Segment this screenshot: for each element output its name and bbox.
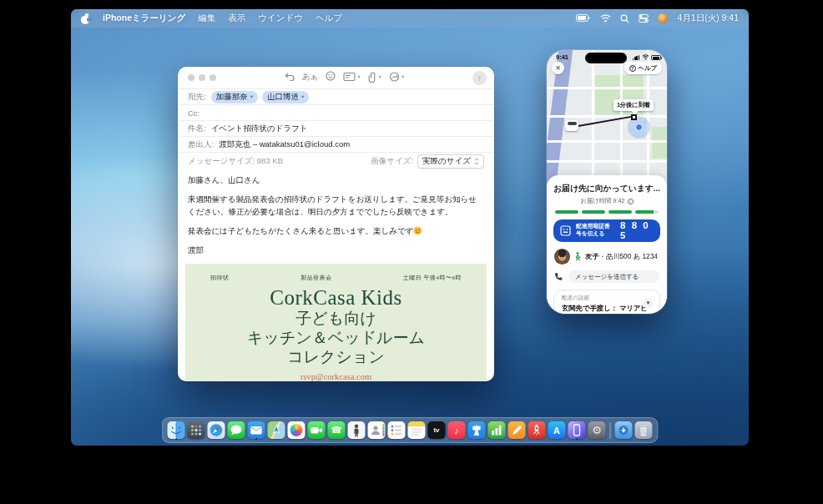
- menu-bar-clock[interactable]: 4月1日(火) 9:41: [677, 13, 739, 24]
- dock-automator-icon[interactable]: [348, 421, 366, 439]
- chevron-down-icon: ▾: [301, 93, 304, 100]
- iphone-mirroring-window: 1分後に到着 9:41 ✕ ? ヘルプ お届け先に向かっています.: [547, 50, 667, 314]
- smiley-emoji-icon: [413, 226, 422, 235]
- message-size-bar: メッセージサイズ: 983 KB 画像サイズ: 実際のサイズ: [178, 152, 494, 169]
- dock-rocket-app-icon[interactable]: [528, 421, 546, 439]
- current-location-dot: [635, 123, 643, 131]
- keypad-icon: [560, 225, 571, 236]
- cellular-signal-icon: [633, 55, 639, 60]
- message-body[interactable]: 加藤さん、山口さん 来週開催する製品発表会の招待状のドラフトをお送りします。ご意…: [178, 169, 494, 256]
- battery-icon[interactable]: [576, 14, 591, 23]
- undo-icon[interactable]: [285, 72, 295, 83]
- delivery-details-card[interactable]: 配達の詳細 玄関先で手渡し： マリアビル ▼: [553, 290, 660, 315]
- mail-compose-window: あぁ ▾ ▾ ▾: [178, 67, 494, 381]
- format-button[interactable]: あぁ: [302, 72, 318, 83]
- delivery-pin-code: 8 8 0 5: [620, 220, 654, 240]
- chevron-down-icon: ▾: [250, 93, 253, 100]
- dock-keynote-icon[interactable]: [468, 421, 486, 439]
- cc-field[interactable]: Cc:: [178, 104, 494, 120]
- image-size-select[interactable]: 実際のサイズ: [417, 154, 484, 169]
- dock-app-store-icon[interactable]: A: [548, 421, 566, 439]
- dock-safari-icon[interactable]: [208, 421, 225, 439]
- dynamic-island: [585, 53, 627, 63]
- wifi-icon[interactable]: [600, 14, 611, 23]
- info-icon[interactable]: i: [628, 199, 634, 204]
- close-delivery-view-button[interactable]: ✕: [552, 62, 564, 74]
- dock-pages-icon[interactable]: [508, 421, 526, 439]
- mail-toolbar: あぁ ▾ ▾ ▾: [178, 67, 494, 88]
- dock-trash-icon[interactable]: [635, 421, 653, 439]
- menu-help[interactable]: ヘルプ: [316, 13, 342, 24]
- control-center-icon[interactable]: [639, 14, 649, 23]
- dock-downloads-folder-icon[interactable]: [615, 421, 633, 439]
- subject-value: イベント招待状のドラフト: [211, 123, 308, 134]
- invitation-attachment[interactable]: 招待状 製品発表会 土曜日 午後4時〜6時 CorkCasa Kids 子ども向…: [185, 264, 487, 381]
- from-field[interactable]: 差出人: 渡部克也 – watakatsu01@icloud.com: [178, 136, 494, 152]
- chevron-down-icon: ▾: [379, 73, 381, 80]
- dock: ☎ tv ♪: [162, 417, 659, 443]
- header-fields-button[interactable]: ▾: [343, 72, 360, 82]
- screen-background: iPhoneミラーリング 編集 表示 ウインドウ ヘルプ: [0, 0, 823, 504]
- running-indicator: [576, 438, 578, 441]
- help-button[interactable]: ? ヘルプ: [624, 62, 662, 74]
- emoji-button[interactable]: [326, 71, 336, 83]
- dock-iphone-mirroring-icon[interactable]: [568, 421, 586, 439]
- dock-phone-icon[interactable]: ☎: [328, 421, 346, 439]
- dock-mail-icon[interactable]: [248, 421, 265, 439]
- menu-window[interactable]: ウインドウ: [258, 13, 303, 24]
- send-message-button[interactable]: メッセージを送信する: [568, 270, 659, 283]
- window-zoom-button[interactable]: [210, 74, 216, 81]
- courier-row[interactable]: 友子・品川500 あ 1234: [554, 249, 659, 265]
- user-avatar-icon[interactable]: [658, 13, 668, 23]
- menu-app-name[interactable]: iPhoneミラーリング: [103, 13, 185, 24]
- up-down-chevrons-icon: [474, 158, 479, 165]
- dock-messages-icon[interactable]: [228, 421, 245, 439]
- map-road: [547, 160, 667, 163]
- invite-tag-right: 土曜日 午後4時〜6時: [403, 274, 462, 282]
- to-field[interactable]: 宛先: 加藤那奈 ▾ 山口博道 ▾: [178, 88, 494, 104]
- details-label: 配達の詳細: [562, 295, 652, 302]
- photo-browser-button[interactable]: ▾: [389, 72, 404, 82]
- menu-edit[interactable]: 編集: [198, 13, 215, 24]
- send-button[interactable]: ↑: [472, 71, 487, 85]
- recipient-token[interactable]: 山口博道 ▾: [262, 91, 309, 103]
- map-road: [547, 87, 667, 89]
- music-note-glyph: ♪: [454, 426, 459, 436]
- dock-notes-icon[interactable]: [408, 421, 426, 439]
- wifi-icon: [642, 54, 649, 60]
- dock-finder-icon[interactable]: [168, 421, 185, 439]
- dock-numbers-icon[interactable]: [488, 421, 506, 439]
- delivery-pin-button[interactable]: 配達用暗証番号を伝える 8 8 0 5: [553, 219, 660, 242]
- dock-launchpad-icon[interactable]: [188, 421, 205, 439]
- dock-photos-icon[interactable]: [288, 421, 305, 439]
- chevron-down-icon: ▼: [646, 300, 651, 305]
- search-icon[interactable]: [620, 14, 629, 23]
- dock-music-icon[interactable]: ♪: [448, 421, 466, 439]
- window-close-button[interactable]: [188, 74, 194, 81]
- courier-name: 友子: [585, 252, 599, 260]
- dock-contacts-icon[interactable]: [368, 421, 386, 439]
- invite-title-ja: 子ども向け キッチン＆ベッドルーム コレクション: [185, 310, 487, 366]
- dock-system-settings-icon[interactable]: ⚙: [588, 421, 606, 439]
- details-value: 玄関先で手渡し： マリアビル: [562, 304, 652, 315]
- app-store-glyph: A: [553, 426, 560, 436]
- running-indicator: [175, 438, 178, 441]
- dock-maps-icon[interactable]: [268, 421, 285, 439]
- image-size-label: 画像サイズ:: [371, 156, 413, 167]
- menu-view[interactable]: 表示: [228, 13, 245, 24]
- tv-glyph: tv: [433, 426, 439, 434]
- phone-call-icon[interactable]: [554, 272, 563, 281]
- recipient-token[interactable]: 加藤那奈 ▾: [211, 91, 258, 103]
- attach-button[interactable]: ▾: [368, 72, 381, 83]
- map-road: [592, 50, 594, 175]
- invite-tag-center: 製品発表会: [300, 274, 332, 282]
- apple-menu-icon[interactable]: [81, 13, 90, 24]
- dock-reminders-icon[interactable]: [388, 421, 406, 439]
- expand-details-button[interactable]: ▼: [643, 298, 654, 309]
- delivery-status-title: お届け先に向かっています...: [547, 184, 667, 194]
- dock-apple-tv-icon[interactable]: tv: [428, 421, 446, 439]
- dock-facetime-icon[interactable]: [308, 421, 326, 439]
- subject-field[interactable]: 件名: イベント招待状のドラフト: [178, 120, 494, 136]
- window-minimize-button[interactable]: [199, 74, 205, 81]
- courier-vehicle: ・品川500 あ 1234: [599, 252, 658, 260]
